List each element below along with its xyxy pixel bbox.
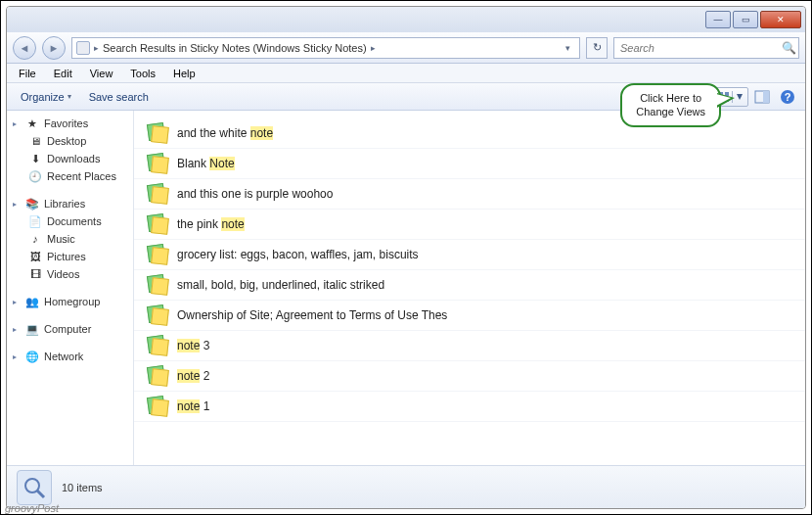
- search-icon[interactable]: 🔍: [779, 41, 798, 55]
- sticky-note-icon: [148, 245, 167, 264]
- music-icon: ♪: [28, 232, 42, 246]
- forward-button[interactable]: ►: [42, 36, 66, 60]
- address-bar[interactable]: ▸ Search Results in Sticky Notes (Window…: [71, 37, 580, 59]
- star-icon: ★: [25, 117, 39, 130]
- help-icon: ?: [780, 89, 795, 105]
- result-title: small, bold, big, underlined, italic str…: [177, 278, 384, 292]
- organize-button[interactable]: Organize: [13, 88, 79, 106]
- nav-item-desktop[interactable]: 🖥Desktop: [7, 132, 133, 150]
- sticky-note-icon: [148, 184, 167, 204]
- preview-pane-button[interactable]: [750, 87, 774, 107]
- libraries-icon: 📚: [25, 197, 39, 211]
- pictures-icon: 🖼: [28, 250, 42, 263]
- nav-computer[interactable]: ▸💻Computer: [7, 320, 133, 338]
- result-row[interactable]: note 3: [134, 331, 805, 361]
- nav-item-videos[interactable]: 🎞Videos: [7, 265, 133, 283]
- annotation-callout: Click Here to Change Views: [620, 83, 721, 127]
- nav-network-label: Network: [44, 351, 83, 362]
- result-row[interactable]: note 1: [134, 392, 805, 422]
- nav-libraries-label: Libraries: [44, 198, 85, 210]
- result-title: and the white note: [177, 126, 273, 140]
- result-title: note 3: [177, 339, 209, 352]
- nav-item-label: Music: [47, 233, 75, 245]
- back-button[interactable]: ◄: [13, 36, 36, 60]
- save-search-button[interactable]: Save search: [81, 88, 157, 106]
- result-row[interactable]: grocery list: eggs, bacon, waffles, jam,…: [134, 240, 805, 270]
- menu-view[interactable]: View: [82, 66, 121, 81]
- nav-computer-label: Computer: [44, 323, 91, 335]
- sticky-note-icon: [148, 397, 167, 416]
- search-highlight: Note: [209, 157, 234, 170]
- result-title: note 2: [177, 369, 209, 383]
- content-area: ▸★Favorites 🖥Desktop ⬇Downloads 🕘Recent …: [7, 111, 805, 465]
- result-row[interactable]: the pink note: [134, 210, 805, 240]
- result-row[interactable]: note 2: [134, 361, 805, 392]
- nav-item-pictures[interactable]: 🖼Pictures: [7, 248, 133, 265]
- breadcrumb-sep-icon: ▸: [371, 43, 376, 53]
- sticky-note-icon: [148, 336, 167, 355]
- result-row[interactable]: Blank Note: [134, 149, 805, 179]
- computer-icon: 💻: [25, 322, 39, 336]
- search-box[interactable]: 🔍: [613, 37, 799, 59]
- nav-favorites[interactable]: ▸★Favorites: [7, 115, 133, 132]
- nav-item-label: Desktop: [47, 135, 86, 147]
- menu-bar: File Edit View Tools Help: [7, 64, 805, 83]
- menu-file[interactable]: File: [11, 66, 44, 81]
- result-row[interactable]: and this one is purple woohoo: [134, 179, 805, 210]
- status-bar: 10 items: [7, 465, 805, 508]
- homegroup-icon: 👥: [25, 295, 39, 308]
- watermark: groovyPost: [5, 502, 59, 514]
- nav-favorites-label: Favorites: [44, 117, 88, 129]
- menu-edit[interactable]: Edit: [46, 66, 80, 81]
- maximize-button[interactable]: ▭: [733, 11, 758, 28]
- status-count: 10 items: [62, 482, 103, 493]
- nav-item-downloads[interactable]: ⬇Downloads: [7, 150, 133, 167]
- result-title: Blank Note: [177, 157, 235, 170]
- breadcrumb-sep-icon: ▸: [94, 43, 99, 53]
- nav-item-label: Documents: [47, 215, 102, 227]
- search-highlight: note: [250, 126, 273, 140]
- search-highlight: note: [177, 339, 200, 352]
- nav-network[interactable]: ▸🌐Network: [7, 348, 133, 365]
- nav-item-label: Videos: [47, 268, 79, 280]
- nav-homegroup[interactable]: ▸👥Homegroup: [7, 293, 133, 310]
- minimize-button[interactable]: —: [705, 11, 731, 28]
- search-input[interactable]: [614, 42, 779, 54]
- nav-bar: ◄ ► ▸ Search Results in Sticky Notes (Wi…: [7, 32, 805, 64]
- sticky-note-icon: [148, 154, 167, 173]
- svg-point-9: [25, 479, 39, 492]
- result-title: Ownership of Site; Agreement to Terms of…: [177, 308, 447, 322]
- results-list: and the white noteBlank Noteand this one…: [134, 111, 805, 465]
- search-highlight: note: [177, 399, 200, 413]
- result-title: and this one is purple woohoo: [177, 187, 333, 201]
- explorer-window: — ▭ ✕ ◄ ► ▸ Search Results in Sticky Not…: [6, 6, 806, 509]
- breadcrumb-text: Search Results in Sticky Notes (Windows …: [103, 42, 367, 54]
- nav-item-recent[interactable]: 🕘Recent Places: [7, 167, 133, 185]
- close-button[interactable]: ✕: [760, 11, 801, 28]
- menu-help[interactable]: Help: [165, 66, 203, 81]
- recent-icon: 🕘: [28, 169, 42, 183]
- search-results-icon: [17, 470, 52, 505]
- sticky-note-icon: [148, 366, 167, 386]
- nav-item-label: Pictures: [47, 251, 86, 262]
- videos-icon: 🎞: [28, 267, 42, 281]
- location-icon: [76, 41, 90, 55]
- result-row[interactable]: small, bold, big, underlined, italic str…: [134, 270, 805, 301]
- menu-tools[interactable]: Tools: [122, 66, 163, 81]
- nav-item-label: Recent Places: [47, 170, 116, 182]
- result-row[interactable]: Ownership of Site; Agreement to Terms of…: [134, 301, 805, 331]
- sticky-note-icon: [148, 305, 167, 325]
- downloads-icon: ⬇: [28, 152, 42, 165]
- navigation-pane: ▸★Favorites 🖥Desktop ⬇Downloads 🕘Recent …: [7, 111, 134, 465]
- nav-item-music[interactable]: ♪Music: [7, 230, 133, 248]
- help-button[interactable]: ?: [776, 87, 799, 107]
- nav-libraries[interactable]: ▸📚Libraries: [7, 195, 133, 212]
- desktop-icon: 🖥: [28, 134, 42, 148]
- refresh-button[interactable]: ↻: [586, 37, 608, 59]
- nav-item-label: Downloads: [47, 153, 100, 164]
- nav-homegroup-label: Homegroup: [44, 296, 100, 307]
- nav-item-documents[interactable]: 📄Documents: [7, 212, 133, 230]
- address-dropdown-icon[interactable]: ▾: [560, 43, 575, 53]
- documents-icon: 📄: [28, 214, 42, 228]
- callout-line2: Change Views: [636, 105, 705, 118]
